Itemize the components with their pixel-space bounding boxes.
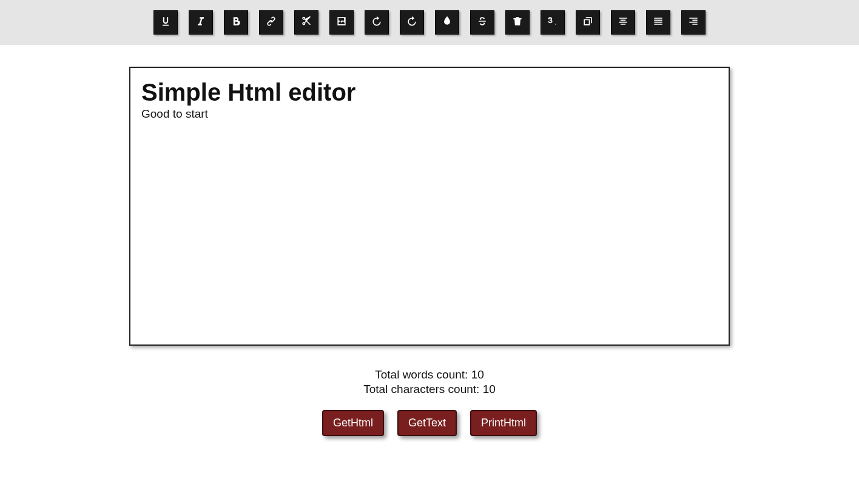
align-right-icon (687, 15, 699, 30)
editor-body-text: Good to start (141, 107, 718, 121)
italic-icon (195, 15, 207, 30)
cut-button[interactable] (294, 10, 318, 35)
trash-icon (511, 15, 524, 30)
bold-button[interactable] (224, 10, 248, 35)
color-button[interactable] (435, 10, 459, 35)
align-right-button[interactable] (681, 10, 706, 35)
underline-button[interactable] (153, 10, 178, 35)
copy-icon (582, 15, 594, 30)
subscript-button[interactable] (541, 10, 565, 35)
bold-icon (230, 15, 242, 30)
strikethrough-button[interactable] (470, 10, 494, 35)
words-label: Total words count: (375, 368, 471, 381)
words-value: 10 (471, 368, 484, 381)
copy-button[interactable] (576, 10, 600, 35)
print-html-button[interactable]: PrintHtml (470, 410, 537, 436)
underline-icon (160, 15, 172, 30)
chars-label: Total characters count: (363, 383, 482, 395)
editor-heading: Simple Html editor (141, 79, 718, 106)
scissors-icon (300, 15, 312, 30)
redo-icon (406, 15, 418, 30)
image-icon (335, 15, 348, 30)
redo-button[interactable] (400, 10, 424, 35)
chars-value: 10 (483, 383, 496, 395)
undo-icon (371, 15, 383, 30)
editor-area[interactable]: Simple Html editor Good to start (129, 67, 730, 346)
align-center-icon (617, 15, 629, 30)
actions-row: GetHtml GetText PrintHtml (0, 410, 859, 436)
delete-button[interactable] (505, 10, 530, 35)
undo-button[interactable] (365, 10, 389, 35)
words-count: Total words count: 10 (0, 368, 859, 382)
link-button[interactable] (259, 10, 283, 35)
get-html-button[interactable]: GetHtml (322, 410, 384, 436)
align-center-button[interactable] (611, 10, 635, 35)
align-left-icon (652, 15, 664, 30)
italic-button[interactable] (189, 10, 213, 35)
subscript-icon (547, 15, 559, 30)
strikethrough-icon (476, 15, 488, 30)
toolbar (0, 0, 859, 45)
editor-container: Simple Html editor Good to start (0, 67, 859, 346)
stats-panel: Total words count: 10 Total characters c… (0, 368, 859, 397)
align-left-button[interactable] (646, 10, 670, 35)
get-text-button[interactable]: GetText (397, 410, 457, 436)
image-button[interactable] (329, 10, 354, 35)
chars-count: Total characters count: 10 (0, 382, 859, 397)
link-icon (265, 15, 277, 30)
tint-icon (441, 15, 453, 30)
